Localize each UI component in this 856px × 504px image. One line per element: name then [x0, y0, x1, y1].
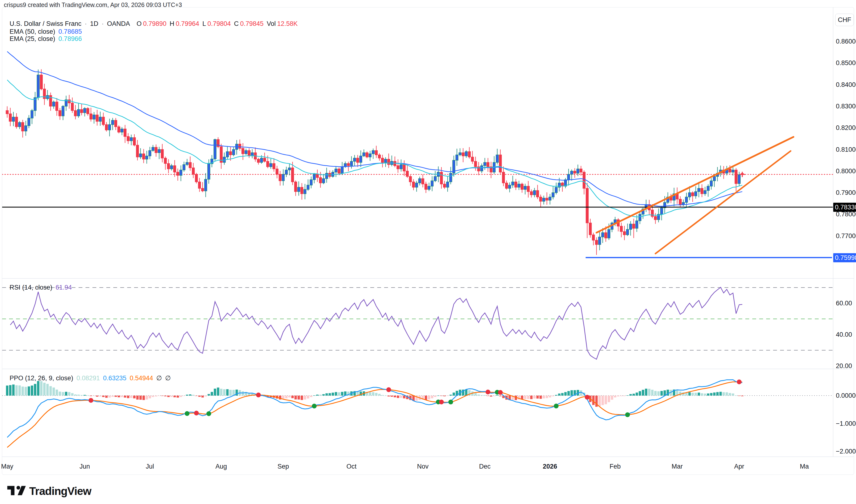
- axis-tick: Sep: [278, 463, 289, 470]
- open-label: O: [137, 20, 142, 27]
- empty-set-icon: ∅: [165, 375, 171, 382]
- high-value: 0.79964: [176, 20, 199, 27]
- ppo-line: [7, 380, 742, 437]
- sell-cross-dot: [439, 400, 444, 404]
- price-level-badge-black: 0.78330: [833, 203, 856, 212]
- sell-cross-dot: [256, 393, 261, 397]
- axis-tick: Oct: [346, 463, 356, 470]
- low-value: 0.79804: [207, 20, 231, 27]
- sell-cross-dot: [737, 380, 741, 384]
- interval-label[interactable]: 1D: [90, 20, 99, 27]
- axis-tick: 40.00: [836, 331, 852, 338]
- rsi-pane[interactable]: [2, 287, 833, 359]
- axis-tick: 20.00: [836, 362, 852, 370]
- ema25-line: [7, 80, 742, 217]
- axis-tick: −2.00000: [836, 448, 856, 455]
- axis-tick: 0.79000: [836, 189, 856, 196]
- buy-cross-dot: [207, 411, 211, 416]
- axis-tick: Jun: [80, 463, 90, 470]
- ppo-signal-line: [7, 382, 742, 447]
- ema25-legend[interactable]: EMA (25, close) 0.78966: [10, 35, 83, 42]
- symbol-legend[interactable]: U.S. Dollar / Swiss Franc · 1D · OANDA O…: [10, 20, 299, 28]
- axis-tick: Ma: [800, 463, 809, 470]
- sell-cross-dot: [585, 395, 590, 400]
- open-value: 0.79890: [143, 20, 167, 27]
- rsi-value: 61.94: [56, 284, 72, 291]
- axis-tick: Nov: [417, 463, 429, 470]
- ppo-line-value: 0.63235: [103, 375, 126, 382]
- rsi-legend[interactable]: RSI (14, close) 61.94: [10, 284, 73, 291]
- chart-canvas[interactable]: 0.860000.850000.840000.830000.820000.810…: [0, 0, 856, 504]
- axis-tick: Feb: [610, 463, 621, 470]
- axis-tick: Aug: [215, 463, 227, 470]
- axis-tick: 0.82000: [836, 124, 856, 131]
- tradingview-logo-text: TradingView: [29, 485, 91, 498]
- low-label: L: [203, 20, 206, 27]
- empty-set-icon: ∅: [156, 375, 162, 382]
- lower-rising-wedge: [656, 151, 791, 254]
- tradingview-logo[interactable]: TradingView: [7, 484, 91, 498]
- sell-cross-dot: [498, 390, 503, 395]
- axis-tick: Apr: [734, 463, 744, 470]
- ema50-label: EMA (50, close): [10, 28, 55, 35]
- buy-cross-dot: [625, 412, 630, 417]
- sell-cross-dot: [89, 398, 93, 403]
- axis-tick: 0.00000: [836, 392, 856, 399]
- ppo-signal-value: 0.54944: [129, 375, 153, 382]
- axis-tick: Mar: [671, 463, 683, 470]
- ppo-label: PPO (12, 26, 9, close): [10, 375, 73, 382]
- ema50-legend[interactable]: EMA (50, close) 0.78685: [10, 28, 83, 35]
- ppo-legend[interactable]: PPO (12, 26, 9, close) 0.08291 0.63235 0…: [10, 374, 172, 382]
- axis-tick: Jul: [146, 463, 154, 470]
- axis-tick: Dec: [479, 463, 490, 470]
- symbol-title: U.S. Dollar / Swiss Franc: [10, 20, 82, 27]
- rsi-label: RSI (14, close): [10, 284, 52, 291]
- buy-cross-dot: [312, 404, 317, 409]
- price-level-badge-blue: 0.75998: [833, 253, 856, 262]
- axis-tick: 0.85000: [836, 59, 856, 67]
- axis-tick: 0.83000: [836, 103, 856, 110]
- volume-value: 12.58K: [277, 20, 298, 27]
- volume-label: Vol: [267, 20, 276, 27]
- ema25-label: EMA (25, close): [10, 35, 55, 42]
- tradingview-chart-screenshot: { "attribution": "crispus9 created with …: [0, 0, 856, 504]
- high-label: H: [170, 20, 174, 27]
- legend-separator: ·: [102, 20, 104, 27]
- price-pane[interactable]: [2, 52, 833, 257]
- axis-tick: May: [1, 463, 13, 470]
- buy-cross-dot: [448, 400, 453, 404]
- upper-rising-wedge: [597, 137, 793, 233]
- tradingview-logo-icon: [7, 484, 26, 498]
- sell-cross-dot: [486, 390, 490, 394]
- close-value: 0.79845: [240, 20, 264, 27]
- buy-cross-dot: [185, 411, 190, 416]
- axis-tick: 60.00: [836, 300, 852, 307]
- axis-tick: −1.00000: [836, 420, 856, 427]
- axis-tick: 0.86000: [836, 38, 856, 45]
- ema25-value: 0.78966: [58, 35, 82, 42]
- sell-cross-dot: [194, 411, 199, 415]
- close-label: C: [234, 20, 239, 27]
- currency-button[interactable]: CHF: [835, 14, 854, 26]
- sell-cross-dot: [386, 387, 391, 392]
- axis-tick: 0.84000: [836, 81, 856, 88]
- axis-tick: 2026: [543, 463, 557, 470]
- ema50-value: 0.78685: [58, 28, 82, 35]
- ppo-pane[interactable]: [2, 380, 833, 448]
- buy-cross-dot: [554, 404, 559, 409]
- ppo-histogram-value: 0.08291: [76, 375, 100, 382]
- axis-tick: 0.77000: [836, 232, 856, 239]
- axis-tick: 0.81000: [836, 146, 856, 153]
- exchange-label: OANDA: [107, 20, 130, 27]
- axis-tick: 0.80000: [836, 167, 856, 175]
- legend-separator: ·: [85, 20, 87, 27]
- rsi-line: [10, 287, 742, 359]
